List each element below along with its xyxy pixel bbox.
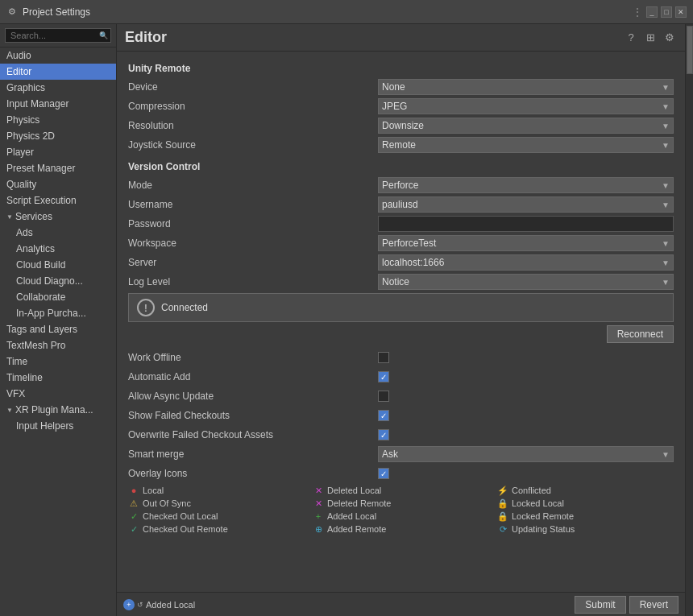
overlay-deleted-remote-label: Deleted Remote	[327, 498, 392, 508]
workspace-row: Workspace PerforceTest ▼	[128, 235, 674, 251]
sidebar-item-player[interactable]: Player	[0, 144, 116, 160]
log-level-value: Notice	[382, 276, 409, 287]
updating-status-icon: ⟳	[497, 523, 508, 535]
page-title: Editor	[125, 29, 167, 46]
overlay-checked-out-remote-label: Checked Out Remote	[143, 524, 228, 534]
sidebar-item-quality[interactable]: Quality	[0, 176, 116, 192]
sidebar-item-services[interactable]: ▼ Services	[0, 209, 116, 225]
added-remote-icon: ⊕	[313, 523, 324, 535]
minimize-button[interactable]: _	[646, 6, 658, 18]
connected-text: Connected	[161, 302, 208, 313]
title-bar-menu[interactable]: ⋮	[632, 6, 643, 19]
joystick-dropdown[interactable]: Remote ▼	[378, 137, 674, 153]
allow-async-row: Allow Async Update	[128, 388, 674, 404]
password-input[interactable]	[378, 216, 674, 232]
submit-button[interactable]: Submit	[575, 596, 625, 614]
close-button[interactable]: ✕	[675, 6, 687, 18]
bottom-right: Submit Revert	[575, 596, 678, 614]
device-dropdown[interactable]: None ▼	[378, 79, 674, 95]
sidebar-item-collaborate[interactable]: Collaborate	[0, 289, 116, 305]
sidebar-item-graphics[interactable]: Graphics	[0, 80, 116, 96]
overwrite-failed-checkbox[interactable]	[378, 429, 389, 440]
log-level-dropdown[interactable]: Notice ▼	[378, 274, 674, 290]
resolution-row: Resolution Downsize ▼	[128, 118, 674, 134]
server-label: Server	[128, 257, 378, 268]
resolution-dropdown[interactable]: Downsize ▼	[378, 118, 674, 134]
overwrite-failed-row: Overwrite Failed Checkout Assets	[128, 427, 674, 443]
reconnect-button[interactable]: Reconnect	[607, 325, 674, 343]
compression-label: Compression	[128, 101, 378, 112]
sidebar-item-physics[interactable]: Physics	[0, 112, 116, 128]
sidebar-item-time[interactable]: Time	[0, 353, 116, 370]
revert-button[interactable]: Revert	[629, 596, 678, 614]
scrollbar-thumb[interactable]	[687, 26, 693, 74]
locked-local-icon: 🔒	[497, 498, 508, 509]
device-value: None	[382, 81, 405, 93]
overlay-local-label: Local	[143, 486, 164, 495]
workspace-label: Workspace	[128, 238, 378, 249]
added-local-text: Added Local	[146, 600, 195, 610]
maximize-button[interactable]: □	[661, 6, 672, 18]
device-row: Device None ▼	[128, 79, 674, 95]
added-local-status: + ↺ Added Local	[123, 599, 195, 610]
sidebar-item-audio[interactable]: Audio	[0, 48, 116, 64]
username-dropdown[interactable]: pauliusd ▼	[378, 196, 674, 213]
sidebar-item-input-manager[interactable]: Input Manager	[0, 96, 116, 112]
mode-value: Perforce	[382, 180, 418, 191]
show-failed-checkbox[interactable]	[378, 410, 389, 421]
sidebar-item-analytics[interactable]: Analytics	[0, 241, 116, 257]
gear-icon[interactable]: ⚙	[662, 31, 677, 45]
sidebar-item-in-app-purcha---[interactable]: In-App Purcha...	[0, 305, 116, 321]
settings-icon: ⚙	[6, 6, 18, 18]
mode-dropdown[interactable]: Perforce ▼	[378, 177, 674, 193]
sidebar-item-textmesh-pro[interactable]: TextMesh Pro	[0, 337, 116, 353]
server-row: Server localhost:1666 ▼	[128, 254, 674, 271]
sidebar-item-ads[interactable]: Ads	[0, 225, 116, 241]
overlay-deleted-remote: ✕ Deleted Remote	[313, 498, 489, 509]
added-local-icon: +	[313, 511, 324, 522]
server-dropdown[interactable]: localhost:1666 ▼	[378, 254, 674, 271]
connected-status-box: ! Connected	[128, 293, 674, 322]
allow-async-label: Allow Async Update	[128, 391, 378, 402]
content-area: Editor ? ⊞ ⚙ Unity Remote Device None ▼	[117, 24, 685, 616]
mode-dropdown-arrow: ▼	[662, 181, 670, 190]
unity-remote-section-title: Unity Remote	[128, 63, 674, 74]
sidebar-item-tags-and-layers[interactable]: Tags and Layers	[0, 321, 116, 337]
sidebar-item-preset-manager[interactable]: Preset Manager	[0, 160, 116, 176]
locked-remote-icon: 🔒	[497, 511, 508, 522]
sidebar-item-timeline[interactable]: Timeline	[0, 370, 116, 386]
sidebar-item-vfx[interactable]: VFX	[0, 386, 116, 402]
help-icon[interactable]: ?	[624, 31, 638, 45]
allow-async-checkbox[interactable]	[378, 391, 389, 402]
overlay-local: ● Local	[128, 485, 305, 496]
sidebar-item-input-helpers[interactable]: Input Helpers	[0, 418, 116, 434]
compression-dropdown[interactable]: JPEG ▼	[378, 98, 674, 114]
sidebar-item-cloud-diagno---[interactable]: Cloud Diagno...	[0, 273, 116, 289]
title-bar: ⚙ Project Settings ⋮ _ □ ✕	[0, 0, 693, 24]
triangle-icon: ▼	[6, 213, 13, 221]
show-failed-row: Show Failed Checkouts	[128, 407, 674, 424]
username-dropdown-arrow: ▼	[662, 201, 670, 209]
sidebar-item-cloud-build[interactable]: Cloud Build	[0, 257, 116, 273]
sidebar-item-xr-plugin-mana---[interactable]: ▼ XR Plugin Mana...	[0, 402, 116, 418]
compression-dropdown-arrow: ▼	[662, 102, 670, 111]
smart-merge-dropdown[interactable]: Ask ▼	[378, 446, 674, 462]
scrollbar-track[interactable]	[685, 24, 693, 616]
mode-label: Mode	[128, 180, 378, 191]
overlay-icons-checkbox[interactable]	[378, 468, 389, 479]
smart-merge-value: Ask	[382, 449, 398, 460]
search-input[interactable]	[5, 28, 111, 43]
resolution-value: Downsize	[382, 120, 424, 131]
overlay-checked-out-remote: ✓ Checked Out Remote	[128, 523, 305, 535]
overlay-deleted-local: ✕ Deleted Local	[313, 485, 489, 496]
sidebar-item-script-execution[interactable]: Script Execution	[0, 192, 116, 209]
overlay-deleted-local-label: Deleted Local	[327, 486, 381, 495]
sidebar-item-physics-2d[interactable]: Physics 2D	[0, 128, 116, 144]
sidebar-item-editor[interactable]: Editor	[0, 64, 116, 80]
automatic-add-checkbox[interactable]	[378, 371, 389, 382]
device-label: Device	[128, 81, 378, 93]
work-offline-checkbox[interactable]	[378, 352, 389, 363]
settings-sliders-icon[interactable]: ⊞	[643, 31, 658, 45]
workspace-dropdown[interactable]: PerforceTest ▼	[378, 235, 674, 251]
device-dropdown-arrow: ▼	[662, 83, 670, 92]
